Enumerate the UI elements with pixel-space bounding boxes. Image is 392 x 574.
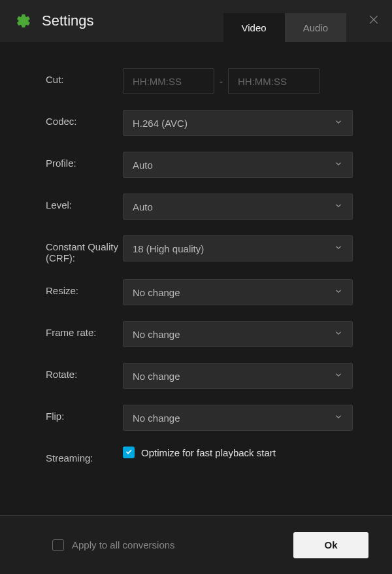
ok-button[interactable]: Ok	[293, 532, 368, 558]
label-level: Level:	[46, 194, 123, 211]
gear-icon	[16, 13, 31, 29]
row-flip: Flip: No change	[46, 405, 353, 431]
close-icon	[367, 13, 380, 29]
row-level: Level: Auto	[46, 194, 353, 220]
codec-select[interactable]: H.264 (AVC)	[123, 110, 353, 136]
chevron-down-icon	[334, 371, 343, 382]
row-cut: Cut: -	[46, 68, 353, 94]
row-profile: Profile: Auto	[46, 152, 353, 178]
page-title: Settings	[42, 12, 94, 29]
settings-header: Settings Video Audio	[0, 0, 392, 42]
row-resize: Resize: No change	[46, 279, 353, 305]
streaming-checkbox[interactable]	[123, 447, 135, 458]
crf-select[interactable]: 18 (High quality)	[123, 235, 353, 262]
label-crf: Constant Quality (CRF):	[46, 235, 123, 263]
chevron-down-icon	[334, 413, 343, 424]
level-select-value: Auto	[133, 201, 153, 212]
framerate-select[interactable]: No change	[123, 321, 353, 347]
label-codec: Codec:	[46, 110, 123, 127]
crf-select-value: 18 (High quality)	[133, 243, 204, 254]
chevron-down-icon	[334, 329, 343, 340]
label-streaming: Streaming:	[46, 447, 123, 464]
footer: Apply to all conversions Ok	[0, 515, 392, 574]
chevron-down-icon	[334, 243, 343, 254]
row-codec: Codec: H.264 (AVC)	[46, 110, 353, 136]
label-cut: Cut:	[46, 68, 123, 85]
row-streaming: Streaming: Optimize for fast playback st…	[46, 447, 353, 464]
chevron-down-icon	[334, 160, 343, 171]
flip-select-value: No change	[133, 413, 180, 424]
footer-left: Apply to all conversions	[52, 539, 175, 551]
row-rotate: Rotate: No change	[46, 363, 353, 389]
label-framerate: Frame rate:	[46, 321, 123, 338]
cut-dash: -	[220, 76, 223, 87]
resize-select-value: No change	[133, 287, 180, 298]
apply-all-label: Apply to all conversions	[72, 539, 175, 550]
cut-controls: -	[123, 68, 353, 94]
profile-select[interactable]: Auto	[123, 152, 353, 178]
streaming-checkbox-label: Optimize for fast playback start	[141, 447, 276, 458]
label-resize: Resize:	[46, 279, 123, 296]
cut-to-input[interactable]	[228, 68, 319, 94]
label-profile: Profile:	[46, 152, 123, 169]
rotate-select-value: No change	[133, 371, 180, 382]
level-select[interactable]: Auto	[123, 194, 353, 220]
chevron-down-icon	[334, 287, 343, 298]
profile-select-value: Auto	[133, 160, 153, 171]
flip-select[interactable]: No change	[123, 405, 353, 431]
cut-from-input[interactable]	[123, 68, 214, 94]
label-rotate: Rotate:	[46, 363, 123, 380]
chevron-down-icon	[334, 118, 343, 129]
codec-select-value: H.264 (AVC)	[133, 118, 188, 129]
tab-video[interactable]: Video	[223, 13, 285, 42]
tab-audio[interactable]: Audio	[285, 13, 346, 42]
framerate-select-value: No change	[133, 329, 180, 340]
settings-content: Cut: - Codec: H.264 (AVC) Profile: Auto …	[0, 42, 392, 515]
rotate-select[interactable]: No change	[123, 363, 353, 389]
check-icon	[125, 447, 133, 458]
close-button[interactable]	[366, 13, 382, 29]
row-framerate: Frame rate: No change	[46, 321, 353, 347]
chevron-down-icon	[334, 201, 343, 212]
tabs-container: Video Audio	[223, 13, 346, 42]
streaming-controls: Optimize for fast playback start	[123, 447, 353, 458]
apply-all-checkbox[interactable]	[52, 539, 64, 551]
label-flip: Flip:	[46, 405, 123, 422]
resize-select[interactable]: No change	[123, 279, 353, 305]
row-crf: Constant Quality (CRF): 18 (High quality…	[46, 235, 353, 263]
